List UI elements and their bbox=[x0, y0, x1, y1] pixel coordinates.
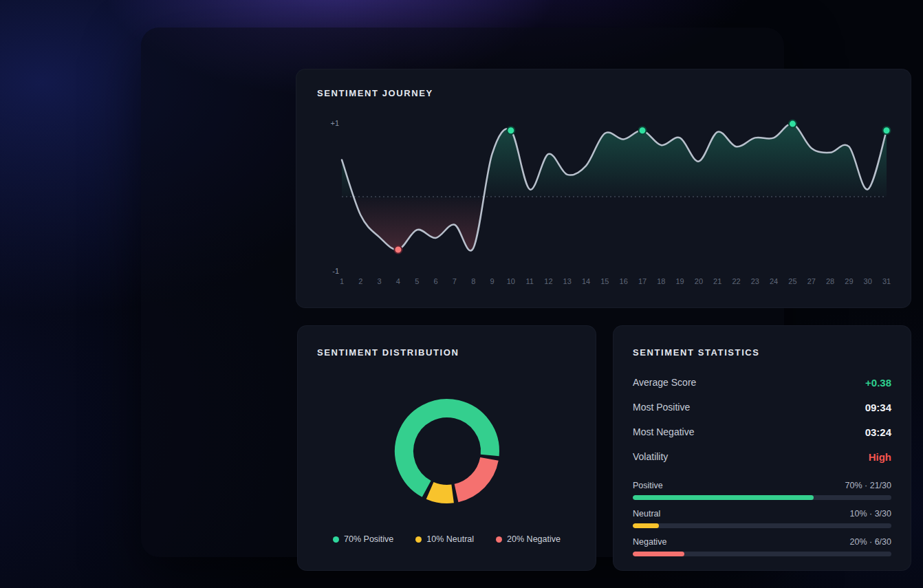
stat-value: High bbox=[869, 451, 891, 463]
data-point-dot bbox=[507, 127, 514, 134]
progress-value: 20% · 6/30 bbox=[850, 537, 891, 547]
stat-label: Volatility bbox=[633, 451, 668, 462]
stat-row: Most Positive09:34 bbox=[633, 395, 891, 420]
progress-track bbox=[633, 552, 891, 556]
stat-label: Average Score bbox=[633, 377, 696, 388]
legend-dot-icon bbox=[496, 536, 502, 543]
legend-label: 10% Neutral bbox=[426, 534, 474, 544]
progress-group-positive: Positive70% · 21/30 bbox=[633, 481, 891, 500]
y-axis-label-top: +1 bbox=[330, 119, 339, 127]
legend-item[interactable]: 10% Neutral bbox=[415, 534, 474, 544]
donut-segment-neutral bbox=[430, 490, 453, 494]
sentiment-statistics-title: SENTIMENT STATISTICS bbox=[633, 347, 760, 358]
sentiment-statistics-card: SENTIMENT STATISTICS Average Score+0.38M… bbox=[613, 325, 911, 571]
x-axis-tick: 31 bbox=[882, 277, 891, 285]
x-axis-labels: 1234567891011121314151617181920212223242… bbox=[340, 277, 891, 285]
legend-item[interactable]: 70% Positive bbox=[333, 534, 393, 544]
data-point-dot bbox=[789, 120, 796, 128]
x-axis-tick: 30 bbox=[864, 277, 872, 285]
progress-fill bbox=[633, 552, 684, 556]
data-point-dot bbox=[639, 127, 647, 134]
stat-row: Most Negative03:24 bbox=[633, 420, 891, 444]
x-axis-tick: 14 bbox=[582, 277, 590, 285]
donut-legend: 70% Positive10% Neutral20% Negative bbox=[298, 534, 596, 544]
x-axis-tick: 21 bbox=[713, 277, 721, 285]
progress-head: Positive70% · 21/30 bbox=[633, 481, 891, 490]
x-axis-tick: 11 bbox=[525, 277, 533, 285]
x-axis-tick: 9 bbox=[490, 277, 494, 285]
x-axis-tick: 4 bbox=[396, 277, 400, 285]
stats-rows: Average Score+0.38Most Positive09:34Most… bbox=[633, 370, 891, 469]
x-axis-tick: 12 bbox=[544, 277, 552, 285]
x-axis-tick: 7 bbox=[453, 277, 457, 285]
progress-label: Positive bbox=[633, 481, 663, 490]
data-point-dot bbox=[394, 246, 402, 254]
legend-label: 20% Negative bbox=[507, 534, 561, 544]
x-axis-tick: 8 bbox=[471, 277, 475, 285]
x-axis-tick: 29 bbox=[845, 277, 853, 285]
x-axis-tick: 19 bbox=[675, 277, 684, 285]
progress-fill bbox=[633, 523, 659, 528]
stat-row: VolatilityHigh bbox=[633, 444, 891, 469]
x-axis-tick: 5 bbox=[415, 277, 419, 285]
progress-label: Neutral bbox=[633, 509, 660, 519]
x-axis-tick: 15 bbox=[600, 277, 609, 285]
x-axis-tick: 18 bbox=[657, 277, 665, 285]
donut-segment-negative bbox=[457, 459, 490, 493]
stat-value: 09:34 bbox=[865, 402, 891, 413]
sentiment-distribution-card: SENTIMENT DISTRIBUTION 70% Positive10% N… bbox=[297, 325, 596, 571]
stat-value: 03:24 bbox=[865, 426, 891, 438]
progress-group-neutral: Neutral10% · 3/30 bbox=[633, 509, 891, 528]
x-axis-tick: 2 bbox=[358, 277, 362, 285]
x-axis-tick: 24 bbox=[770, 277, 778, 285]
dashboard-container: SENTIMENT JOURNEY +1 -1 1234567891011121… bbox=[141, 28, 784, 557]
progress-track bbox=[633, 495, 891, 500]
progress-value: 70% · 21/30 bbox=[845, 481, 891, 490]
progress-head: Neutral10% · 3/30 bbox=[633, 509, 891, 519]
dashboard-background: { "chart_data": [ { "type": "area", "tit… bbox=[0, 0, 923, 588]
x-axis-tick: 20 bbox=[695, 277, 703, 285]
x-axis-tick: 28 bbox=[826, 277, 834, 285]
sentiment-journey-chart: +1 -1 1234567891011121314151617181920212… bbox=[296, 69, 912, 309]
x-axis-tick: 22 bbox=[732, 277, 740, 285]
legend-label: 70% Positive bbox=[344, 534, 393, 544]
legend-item[interactable]: 20% Negative bbox=[496, 534, 561, 544]
progress-head: Negative20% · 6/30 bbox=[633, 537, 891, 547]
x-axis-tick: 1 bbox=[340, 277, 344, 285]
x-axis-tick: 27 bbox=[807, 277, 816, 285]
progress-track bbox=[633, 523, 891, 528]
x-axis-tick: 25 bbox=[788, 277, 796, 285]
x-axis-tick: 17 bbox=[638, 277, 647, 285]
y-axis-label-bottom: -1 bbox=[332, 267, 339, 275]
sentiment-journey-card: SENTIMENT JOURNEY +1 -1 1234567891011121… bbox=[296, 69, 911, 308]
sentiment-distribution-donut bbox=[298, 326, 597, 525]
progress-label: Negative bbox=[633, 537, 666, 547]
x-axis-tick: 6 bbox=[434, 277, 438, 285]
stat-row: Average Score+0.38 bbox=[633, 370, 891, 395]
x-axis-tick: 10 bbox=[507, 277, 515, 285]
progress-group-negative: Negative20% · 6/30 bbox=[633, 537, 891, 556]
data-point-dot bbox=[883, 127, 891, 134]
progress-value: 10% · 3/30 bbox=[850, 509, 891, 519]
progress-fill bbox=[633, 495, 814, 500]
x-axis-tick: 16 bbox=[620, 277, 628, 285]
stat-value: +0.38 bbox=[865, 377, 891, 389]
legend-dot-icon bbox=[333, 536, 339, 543]
stat-label: Most Positive bbox=[633, 402, 690, 413]
x-axis-tick: 3 bbox=[378, 277, 382, 285]
x-axis-tick: 13 bbox=[563, 277, 572, 285]
stat-label: Most Negative bbox=[633, 426, 694, 437]
stats-bars: Positive70% · 21/30Neutral10% · 3/30Nega… bbox=[633, 481, 891, 565]
x-axis-tick: 23 bbox=[751, 277, 759, 285]
legend-dot-icon bbox=[415, 536, 422, 543]
